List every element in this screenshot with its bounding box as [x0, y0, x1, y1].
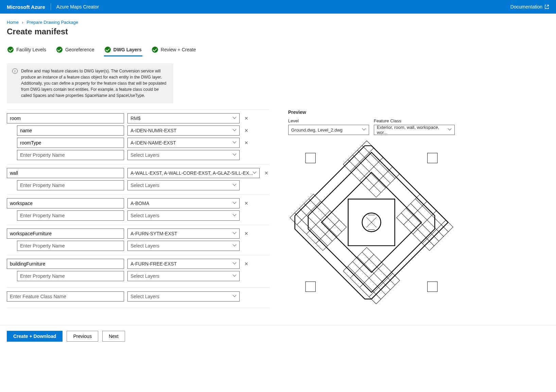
remove-button[interactable]: ✕: [243, 261, 250, 267]
chevron-down-icon: [233, 117, 237, 120]
info-icon: i: [12, 68, 18, 74]
check-icon: [152, 47, 158, 53]
remove-button[interactable]: ✕: [243, 116, 250, 121]
chevron-down-icon: [233, 153, 237, 157]
tab-review-create[interactable]: Review + Create: [151, 45, 197, 56]
floorplan-svg: [288, 139, 455, 306]
select-text: Select Layers: [131, 152, 159, 158]
chevron-down-icon: [233, 244, 237, 248]
chevron-down-icon: [233, 129, 237, 132]
chevron-down-icon: [233, 184, 237, 187]
feature-class-layers-select[interactable]: A-WALL-EXST, A-WALL-CORE-EXST, A-GLAZ-SI…: [127, 168, 260, 178]
select-text: A-BOMA: [131, 201, 149, 206]
feature-class-group: RM$✕A-IDEN-NUMR-EXST✕A-IDEN-NAME-EXST✕Se…: [7, 109, 270, 164]
chevron-down-icon: [448, 128, 452, 132]
svg-rect-34: [427, 153, 437, 163]
create-download-button[interactable]: Create + Download: [7, 331, 63, 342]
feature-class-layers-select[interactable]: A-BOMA: [127, 198, 240, 208]
select-text: A-IDEN-NUMR-EXST: [131, 128, 176, 133]
new-property-name-input[interactable]: [17, 241, 124, 251]
tab-georeference[interactable]: Georeference: [56, 45, 95, 56]
new-feature-class-input[interactable]: [7, 291, 124, 302]
feature-class-layers-select[interactable]: A-FURN-FREE-EXST: [127, 259, 240, 269]
feature-class-name-input[interactable]: [7, 113, 124, 123]
remove-button[interactable]: ✕: [243, 201, 250, 206]
chevron-down-icon: [233, 274, 237, 278]
property-name-input[interactable]: [17, 138, 124, 148]
check-icon: [56, 47, 63, 53]
remove-button[interactable]: ✕: [263, 170, 270, 176]
new-property-name-input[interactable]: [17, 150, 124, 160]
tab-facility-levels[interactable]: Facility Levels: [7, 45, 47, 56]
select-text: RM$: [131, 116, 141, 121]
new-feature-class-layers-select[interactable]: Select Layers: [127, 291, 240, 302]
feature-class-layers-select[interactable]: A-FURN-SYTM-EXST: [127, 228, 240, 239]
property-layers-select[interactable]: A-IDEN-NAME-EXST: [127, 138, 240, 148]
info-text: Define and map feature classes to DWG la…: [21, 68, 168, 99]
floorplan-preview[interactable]: [288, 139, 455, 306]
new-property-layers-select[interactable]: Select Layers: [127, 210, 240, 221]
documentation-link[interactable]: Documentation: [510, 4, 549, 10]
select-text: Select Layers: [131, 273, 159, 279]
svg-rect-35: [306, 282, 315, 291]
next-button[interactable]: Next: [102, 331, 125, 342]
property-name-input[interactable]: [17, 125, 124, 136]
chevron-down-icon: [233, 262, 237, 266]
select-text: Select Layers: [131, 243, 159, 249]
property-layers-select[interactable]: A-IDEN-NUMR-EXST: [127, 125, 240, 136]
external-link-icon: [544, 4, 549, 9]
wizard-tabs: Facility Levels Georeference DWG Layers …: [7, 45, 549, 56]
brand[interactable]: Microsoft Azure: [7, 4, 45, 10]
select-text: Exterior, room, wall, workspace, wor...: [377, 125, 448, 135]
feature-class-name-input[interactable]: [7, 198, 124, 208]
feature-class-name-input[interactable]: [7, 259, 124, 269]
select-text: Select Layers: [131, 213, 159, 218]
feature-class-group: A-BOMA✕Select Layers: [7, 194, 270, 225]
new-property-layers-select[interactable]: Select Layers: [127, 271, 240, 281]
select-text: A-FURN-FREE-EXST: [131, 261, 177, 267]
select-text: Ground.dwg, Level_2.dwg: [291, 127, 343, 133]
new-property-name-input[interactable]: [17, 210, 124, 221]
svg-line-8: [369, 167, 393, 190]
svg-rect-36: [427, 282, 437, 291]
svg-line-22: [350, 254, 373, 278]
breadcrumb-home[interactable]: Home: [7, 20, 19, 25]
brand-divider: [51, 3, 51, 10]
feature-class-name-input[interactable]: [7, 228, 124, 239]
select-text: A-WALL-EXST, A-WALL-CORE-EXST, A-GLAZ-SI…: [131, 170, 253, 176]
svg-rect-33: [306, 153, 315, 163]
remove-button[interactable]: ✕: [243, 128, 250, 133]
svg-line-14: [403, 201, 427, 225]
feature-class-form: RM$✕A-IDEN-NUMR-EXST✕A-IDEN-NAME-EXST✕Se…: [7, 109, 270, 308]
tab-label: Review + Create: [161, 47, 196, 52]
chevron-down-icon: [253, 171, 257, 175]
breadcrumb-current[interactable]: Prepare Drawing Package: [27, 20, 78, 25]
breadcrumb-separator: ›: [22, 20, 23, 25]
chevron-down-icon: [363, 128, 366, 132]
breadcrumb: Home › Prepare Drawing Package: [7, 20, 549, 25]
svg-line-6: [350, 148, 373, 171]
new-property-layers-select[interactable]: Select Layers: [127, 180, 240, 190]
level-select[interactable]: Ground.dwg, Level_2.dwg: [288, 125, 369, 135]
tab-label: Facility Levels: [16, 47, 46, 52]
feature-class-select[interactable]: Exterior, room, wall, workspace, wor...: [374, 125, 455, 135]
new-property-layers-select[interactable]: Select Layers: [127, 150, 240, 160]
new-property-layers-select[interactable]: Select Layers: [127, 241, 240, 251]
remove-button[interactable]: ✕: [243, 140, 250, 146]
feature-class-layers-select[interactable]: RM$: [127, 113, 240, 123]
documentation-label: Documentation: [510, 4, 542, 10]
feature-class-name-input[interactable]: [7, 168, 124, 178]
chevron-down-icon: [233, 141, 237, 144]
remove-button[interactable]: ✕: [243, 231, 250, 236]
chevron-down-icon: [233, 214, 237, 217]
new-property-name-input[interactable]: [17, 271, 124, 281]
tab-label: DWG Layers: [114, 47, 142, 52]
svg-line-32: [316, 220, 339, 243]
page-title: Create manifest: [7, 27, 549, 36]
svg-line-30: [297, 201, 320, 225]
feature-class-label: Feature Class: [374, 118, 455, 123]
new-property-name-input[interactable]: [17, 180, 124, 190]
tab-dwg-layers[interactable]: DWG Layers: [104, 45, 142, 56]
previous-button[interactable]: Previous: [67, 331, 98, 342]
check-icon: [7, 47, 14, 53]
